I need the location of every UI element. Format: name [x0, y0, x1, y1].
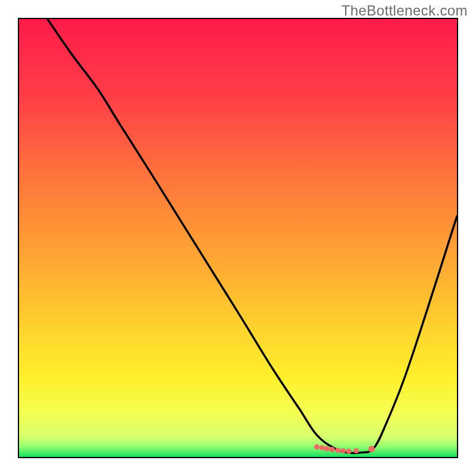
watermark-text: TheBottleneck.com: [342, 2, 468, 19]
stage: TheBottleneck.com: [0, 0, 476, 476]
chart-background: [19, 19, 457, 457]
plot-area: [18, 18, 458, 458]
svg-rect-0: [19, 19, 457, 457]
